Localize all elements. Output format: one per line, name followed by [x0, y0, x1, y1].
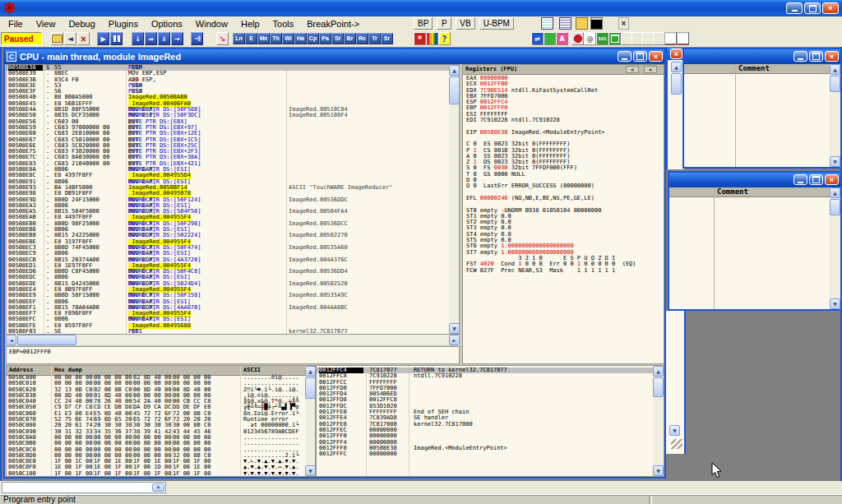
pane-button-pa[interactable]: Pa: [319, 33, 331, 44]
cpu-titlebar[interactable]: C CPU - main thread, module ImageRed ×: [5, 49, 664, 64]
scrollbar-thumb[interactable]: [830, 199, 840, 215]
pane-button-ha[interactable]: Ha: [294, 33, 307, 44]
scroll-left-button[interactable]: ◄: [6, 335, 16, 345]
menu-item-file[interactable]: File: [2, 19, 30, 29]
pane-button-me[interactable]: Me: [257, 33, 270, 44]
resize-grip[interactable]: [671, 439, 682, 449]
stack-vscrollbar[interactable]: ▲ ▼: [653, 366, 664, 476]
analyze-icon[interactable]: A: [556, 32, 568, 45]
disasm-row[interactable]: 00508EE9.8B0D 58F15000MOV ECX,DWORD PTR …: [7, 293, 459, 298]
cpu-close-button[interactable]: ×: [649, 51, 663, 62]
column-headers[interactable]: Comment: [669, 187, 840, 197]
disasm-row[interactable]: 00508E9D.8B0D 24F15000MOV ECX,DWORD PTR …: [7, 197, 459, 203]
scroll-down-button[interactable]: ▼: [830, 298, 840, 309]
scrollbar-thumb[interactable]: [830, 76, 840, 92]
disasm-row[interactable]: 00508E3E.53PUSH EBX: [7, 83, 459, 89]
scrollbar-thumb[interactable]: [305, 377, 316, 399]
register-line[interactable]: EDI 7C910228 ntdll.7C910228: [463, 118, 664, 123]
trace-into-icon[interactable]: ⇓: [158, 32, 170, 45]
pane-button-wi[interactable]: Wi: [282, 33, 294, 44]
minimize-button[interactable]: [793, 51, 807, 62]
open-file-icon[interactable]: [51, 32, 63, 45]
comment-window-top-titlebar[interactable]: ×: [684, 49, 840, 64]
disasm-row[interactable]: 00508F03.5EPOP ESIkernel32.7C817077: [7, 329, 459, 335]
column-headers[interactable]: Comment: [684, 64, 840, 74]
folder-icon[interactable]: [576, 17, 588, 30]
menu-button-p[interactable]: P: [437, 17, 451, 30]
maximize-button[interactable]: [809, 51, 823, 62]
disasm-row[interactable]: 00508E38$55PUSH EBP: [7, 65, 459, 71]
menu-item-plugins[interactable]: Plugins: [102, 19, 145, 29]
form-icon[interactable]: [664, 32, 677, 45]
close-button[interactable]: ×: [825, 51, 839, 62]
scroll-down-button[interactable]: ▼: [305, 465, 316, 476]
register-line[interactable]: O 0 LastErr ERROR_SUCCESS (00000000): [463, 183, 664, 189]
disasm-hscrollbar[interactable]: ◄ ►: [6, 335, 460, 345]
report-icon[interactable]: [677, 32, 689, 45]
comment-window-bottom-titlebar[interactable]: ×: [669, 173, 840, 187]
close-pane-button[interactable]: ×: [670, 49, 682, 59]
pane-button-br[interactable]: Br: [344, 33, 356, 44]
dump-row[interactable]: 0050C1001F 00 1F 001F 00 1F 001F 00 1F 0…: [7, 471, 315, 477]
scrollbar-thumb[interactable]: [449, 76, 460, 104]
comment-column-header[interactable]: Comment: [738, 64, 770, 72]
swap-icon[interactable]: ⇄: [531, 32, 544, 45]
menu-button-vb[interactable]: VB: [456, 17, 474, 30]
scrollbar-thumb[interactable]: [653, 377, 664, 397]
blank-button[interactable]: [653, 32, 665, 45]
step-over-icon[interactable]: ⇒: [145, 32, 157, 45]
disasm-row[interactable]: 00508EF7.E8 F896F8FFCALL ImageRed.004955…: [7, 311, 459, 317]
scroll-up-button[interactable]: ▲: [305, 366, 316, 377]
scrollbar-thumb[interactable]: [17, 335, 76, 345]
spiral-icon[interactable]: @: [584, 32, 596, 45]
scroll-up-button[interactable]: ▲: [449, 65, 460, 76]
pane-button-cp[interactable]: Cp: [307, 33, 319, 44]
scroll-up-button[interactable]: ▲: [671, 62, 682, 72]
pane-button-e[interactable]: E: [245, 33, 257, 44]
scroll-up-button[interactable]: ▲: [653, 366, 664, 377]
menu-item-window[interactable]: Window: [189, 19, 234, 29]
scroll-left-button[interactable]: <: [644, 66, 657, 73]
command-combobox[interactable]: ▼: [2, 482, 166, 493]
step-into-icon[interactable]: ↓: [132, 32, 144, 45]
pane-button-st[interactable]: St: [331, 33, 344, 44]
goto-address-icon[interactable]: ↘: [216, 32, 229, 45]
disasm-row[interactable]: 00508ED6.8B0D C8F45000MOV ECX,DWORD PTR …: [7, 269, 459, 275]
disasm-row[interactable]: 00508E8C.E8 4397F8FFCALL ImageRed.004955…: [7, 173, 459, 178]
menu-item-view[interactable]: View: [30, 19, 62, 29]
comment-column-header[interactable]: Comment: [717, 187, 748, 196]
vscrollbar[interactable]: ▲ ▼: [830, 64, 840, 167]
pane-button-th[interactable]: Th: [270, 33, 282, 44]
updown-icon[interactable]: [544, 32, 556, 45]
console-icon[interactable]: [590, 17, 603, 30]
cpu-minimize-button[interactable]: [618, 51, 632, 62]
menu-button-bp[interactable]: BP: [414, 17, 433, 30]
scroll-down-button[interactable]: ▼: [830, 156, 840, 167]
pause-icon[interactable]: [110, 32, 123, 45]
disasm-row[interactable]: 00508E83.C683 21040000 00MOV BYTE PTR DS…: [7, 161, 459, 167]
scrollbar-thumb[interactable]: [671, 73, 682, 95]
maximize-button[interactable]: [809, 174, 823, 185]
menu-button-ubpm[interactable]: U-BPM: [479, 17, 514, 30]
run-icon[interactable]: ▶: [97, 32, 109, 45]
scroll-up-button[interactable]: ▲: [830, 187, 840, 198]
register-line[interactable]: FCW 027F Prec NEAR,53 Mask 1 1 1 1 1 1: [463, 268, 664, 274]
scroll-left-button[interactable]: <: [626, 66, 639, 73]
scroll-down-button[interactable]: ▼: [449, 323, 460, 334]
document-icon[interactable]: [559, 17, 571, 30]
binary-icon[interactable]: 101: [596, 32, 608, 45]
go-back-icon[interactable]: ◄: [64, 32, 76, 45]
close-program-icon[interactable]: ×: [77, 32, 90, 45]
menu-item-options[interactable]: Options: [145, 19, 189, 29]
disasm-row[interactable]: 00508E3B.83C4 F0ADD ESP,-10: [7, 77, 459, 83]
restore-button[interactable]: [804, 2, 821, 14]
pane-button-re[interactable]: Re: [356, 33, 368, 44]
vscrollbar[interactable]: ▲ ▼: [830, 187, 840, 309]
scroll-up-button[interactable]: ▲: [830, 64, 840, 75]
stack-row[interactable]: 0012FFFC00000000: [317, 451, 664, 457]
close-panel-button[interactable]: ×: [618, 17, 629, 30]
options-icon[interactable]: *: [414, 32, 426, 45]
disasm-row[interactable]: 00508EFE.E8 8597F8FFCALL ImageRed.004956…: [7, 323, 459, 329]
appearance-icon[interactable]: [426, 32, 438, 45]
disasm-vscrollbar[interactable]: ▲ ▼: [449, 65, 460, 334]
